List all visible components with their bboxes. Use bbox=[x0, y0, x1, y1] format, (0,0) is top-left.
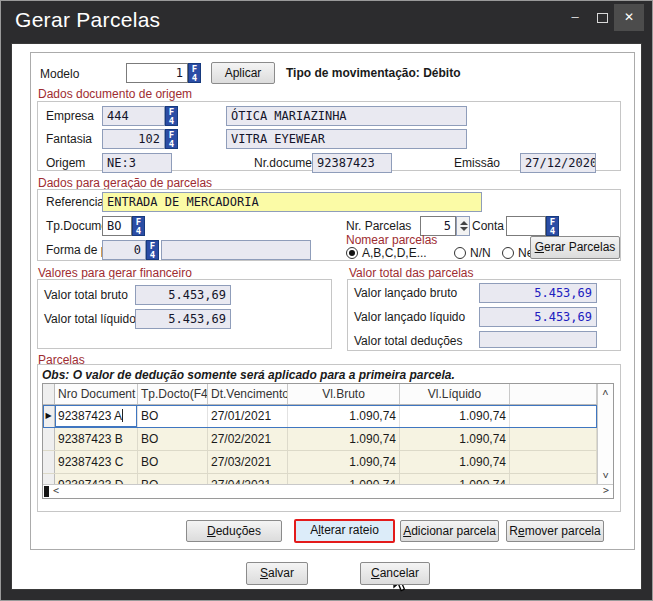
spinner-up-icon[interactable] bbox=[460, 221, 468, 225]
col-header-vl-bruto[interactable]: Vl.Bruto bbox=[288, 384, 400, 404]
modelo-f4-lookup-icon[interactable]: F4 bbox=[188, 63, 201, 83]
cell-doc[interactable]: 92387423 D bbox=[55, 474, 138, 484]
valor-total-liquido-field: 5.453,69 bbox=[135, 309, 231, 329]
tipo-movimentacao-text: Tipo de movimentação: Débito bbox=[286, 66, 460, 80]
scroll-up-icon[interactable]: < bbox=[600, 389, 611, 395]
table-header-row: Nro Document Tp.Docto(F4) Dt.Vencimento … bbox=[43, 384, 597, 405]
cell-liquido[interactable]: 1.090,74 bbox=[400, 474, 510, 484]
nr-parcelas-stepper[interactable] bbox=[456, 216, 470, 236]
scroll-right-icon[interactable]: < bbox=[603, 485, 609, 496]
empresa-f4-lookup-icon[interactable]: F4 bbox=[165, 106, 178, 126]
aplicar-button[interactable]: Aplicar bbox=[211, 62, 275, 84]
cell-venc[interactable]: 27/03/2021 bbox=[208, 451, 288, 473]
minimize-icon[interactable]: – bbox=[567, 9, 583, 29]
tp-documento-input[interactable]: BO bbox=[102, 216, 132, 236]
cell-tp[interactable]: BO bbox=[138, 428, 208, 450]
cell-venc[interactable]: 27/04/2021 bbox=[208, 474, 288, 484]
spinner-down-icon[interactable] bbox=[460, 227, 468, 231]
cell-liquido[interactable]: 1.090,74 bbox=[400, 405, 510, 427]
remover-parcela-button[interactable]: Remover parcela bbox=[506, 520, 604, 542]
fantasia-code-field[interactable]: 102 bbox=[102, 129, 165, 149]
fantasia-name-field: VITRA EYEWEAR bbox=[226, 129, 467, 149]
gerar-parcelas-button[interactable]: Gerar Parcelas bbox=[530, 236, 620, 259]
valor-total-bruto-label: Valor total bruto bbox=[44, 288, 128, 302]
modelo-input[interactable]: 1 bbox=[126, 63, 188, 83]
cell-bruto[interactable]: 1.090,74 bbox=[288, 428, 400, 450]
cell-venc[interactable]: 27/02/2021 bbox=[208, 428, 288, 450]
valor-lancado-liquido-label: Valor lançado líquido bbox=[354, 310, 465, 324]
dialog-body: Modelo 1 F4 Aplicar Tipo de movimentação… bbox=[11, 43, 642, 590]
table-row[interactable]: 92387423 B BO 27/02/2021 1.090,74 1.090,… bbox=[43, 428, 597, 451]
vertical-scrollbar[interactable]: < < bbox=[597, 384, 613, 484]
conta-input[interactable] bbox=[506, 216, 546, 236]
obs-text: Obs: O valor de dedução somente será apl… bbox=[42, 368, 455, 382]
cell-doc[interactable]: 92387423 B bbox=[55, 428, 138, 450]
cell-liquido[interactable]: 1.090,74 bbox=[400, 428, 510, 450]
nr-documento-field: 92387423 bbox=[312, 153, 392, 173]
row-pointer-icon: ▶ bbox=[43, 405, 55, 427]
origem-group-title: Dados documento de origem bbox=[38, 87, 192, 101]
col-header-dt-vencimento[interactable]: Dt.Vencimento bbox=[208, 384, 288, 404]
conta-f4-lookup-icon[interactable]: F4 bbox=[546, 216, 559, 236]
table-row[interactable]: 92387423 C BO 27/03/2021 1.090,74 1.090,… bbox=[43, 451, 597, 474]
radio-unselected-icon bbox=[454, 247, 466, 259]
window-title: Gerar Parcelas bbox=[15, 8, 160, 32]
close-icon[interactable]: ✕ bbox=[614, 4, 644, 31]
cancelar-button[interactable]: Cancelar bbox=[360, 562, 430, 585]
cell-tp[interactable]: BO bbox=[138, 474, 208, 484]
col-header-nro-document[interactable]: Nro Document bbox=[55, 384, 138, 404]
fantasia-f4-lookup-icon[interactable]: F4 bbox=[165, 129, 178, 149]
modelo-label: Modelo bbox=[40, 67, 79, 81]
cell-doc[interactable]: 92387423 C bbox=[55, 451, 138, 473]
maximize-icon[interactable] bbox=[597, 13, 608, 23]
table-row-selected[interactable]: ▶ 92387423 A BO 27/01/2021 1.090,74 1.09… bbox=[43, 405, 597, 428]
conta-label: Conta bbox=[472, 219, 504, 233]
col-header-filler bbox=[510, 384, 597, 404]
nr-parcelas-label: Nr. Parcelas bbox=[346, 219, 411, 233]
nomear-parcelas-label: Nomear parcelas bbox=[346, 233, 437, 247]
forma-pagto-f4-lookup-icon[interactable]: F4 bbox=[146, 240, 159, 260]
valor-total-bruto-field: 5.453,69 bbox=[135, 285, 231, 305]
scroll-down-icon[interactable]: < bbox=[600, 472, 611, 478]
table-body: ▶ 92387423 A BO 27/01/2021 1.090,74 1.09… bbox=[43, 405, 597, 484]
empresa-code-field[interactable]: 444 bbox=[102, 106, 165, 126]
table-row[interactable]: 92387423 D BO 27/04/2021 1.090,74 1.090,… bbox=[43, 474, 597, 484]
deducoes-button[interactable]: Deduções bbox=[186, 520, 282, 542]
radio-abcde[interactable]: A,B,C,D,E... bbox=[346, 246, 427, 260]
col-header-tp-docto[interactable]: Tp.Docto(F4) bbox=[138, 384, 208, 404]
referencia-input[interactable]: ENTRADA DE MERCADORIA bbox=[102, 192, 482, 212]
origem-field: NE:3 bbox=[102, 153, 172, 173]
scroll-left-icon[interactable]: < bbox=[53, 485, 59, 496]
referencia-label: Referencia bbox=[46, 195, 104, 209]
row-indicator-header bbox=[43, 384, 55, 404]
text-caret bbox=[122, 409, 123, 422]
cell-bruto[interactable]: 1.090,74 bbox=[288, 405, 400, 427]
alterar-rateio-button[interactable]: Alterar rateio bbox=[294, 519, 395, 543]
scroll-grip[interactable] bbox=[44, 486, 49, 497]
cell-bruto[interactable]: 1.090,74 bbox=[288, 451, 400, 473]
radio-unselected-icon bbox=[502, 247, 514, 259]
origem-label: Origem bbox=[46, 156, 85, 170]
cell-tp[interactable]: BO bbox=[138, 451, 208, 473]
geracao-group-title: Dados para geração de parcelas bbox=[38, 176, 212, 190]
parcelas-table[interactable]: Nro Document Tp.Docto(F4) Dt.Vencimento … bbox=[42, 383, 614, 499]
cell-doc[interactable]: 92387423 A bbox=[55, 405, 138, 427]
financeiro-group-title: Valores para gerar financeiro bbox=[38, 266, 192, 280]
cell-liquido[interactable]: 1.090,74 bbox=[400, 451, 510, 473]
cell-tp[interactable]: BO bbox=[138, 405, 208, 427]
tp-documento-f4-lookup-icon[interactable]: F4 bbox=[132, 216, 145, 236]
salvar-button[interactable]: Salvar bbox=[246, 562, 308, 585]
forma-pagto-input[interactable]: 0 bbox=[102, 240, 146, 260]
fantasia-label: Fantasia bbox=[46, 132, 92, 146]
titlebar[interactable]: Gerar Parcelas – ✕ bbox=[1, 1, 652, 42]
empresa-label: Empresa bbox=[46, 109, 94, 123]
valor-lancado-liquido-field: 5.453,69 bbox=[479, 307, 597, 327]
empresa-name-field: ÓTICA MARIAZINHA bbox=[226, 106, 467, 126]
col-header-vl-liquido[interactable]: Vl.Líquido bbox=[400, 384, 510, 404]
horizontal-scrollbar[interactable]: < < bbox=[43, 484, 613, 498]
cell-bruto[interactable]: 1.090,74 bbox=[288, 474, 400, 484]
valor-total-deducoes-label: Valor total deduções bbox=[354, 334, 463, 348]
cell-venc[interactable]: 27/01/2021 bbox=[208, 405, 288, 427]
adicionar-parcela-button[interactable]: Adicionar parcela bbox=[400, 520, 499, 542]
radio-nn[interactable]: N/N bbox=[454, 246, 491, 260]
